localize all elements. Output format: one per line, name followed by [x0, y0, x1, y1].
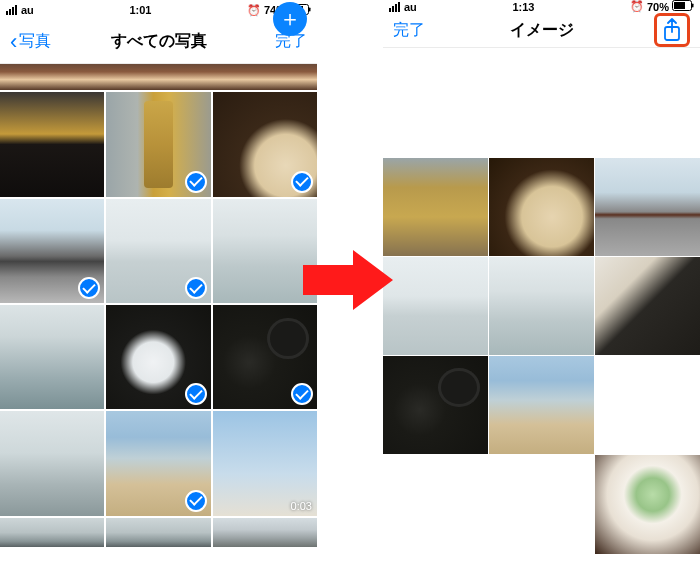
thumbnail — [213, 199, 317, 303]
thumbnail — [0, 64, 317, 90]
thumbnail — [383, 257, 488, 355]
clock: 1:01 — [129, 4, 151, 16]
photo-row0-crop[interactable] — [0, 64, 317, 90]
thumbnail — [0, 411, 104, 515]
back-button[interactable]: ‹ 写真 — [10, 31, 51, 53]
status-bar: au 1:01 ⏰ 74% — [0, 0, 317, 20]
photo-sea-horizon-2[interactable] — [213, 199, 317, 303]
thumbnail — [0, 305, 104, 409]
transition-arrow — [303, 250, 393, 310]
share-button-highlighted[interactable] — [654, 13, 690, 47]
nav-bar: 完了 イメージ — [383, 13, 700, 48]
thumbnail — [383, 158, 488, 256]
photo-station-glass-roof[interactable] — [0, 199, 104, 303]
nav-bar: ＋ ‹ 写真 すべての写真 完了 — [0, 20, 317, 64]
image-sea[interactable] — [383, 257, 488, 355]
photo-sea-dark[interactable] — [0, 305, 104, 409]
alarm-icon: ⏰ — [247, 4, 261, 17]
image-station-gate[interactable] — [595, 158, 700, 256]
image-grid[interactable] — [383, 158, 700, 568]
back-label: 写真 — [19, 31, 51, 52]
thumbnail — [595, 455, 700, 553]
carrier-label: au — [404, 1, 417, 13]
battery-icon — [672, 0, 694, 13]
photo-sea-horizon-1[interactable] — [106, 199, 210, 303]
selected-check-icon — [185, 277, 207, 299]
photo-meal-tray-white[interactable] — [106, 305, 210, 409]
image-beach[interactable] — [489, 356, 594, 454]
thumbnail — [489, 356, 594, 454]
done-button[interactable]: 完了 — [393, 20, 425, 41]
image-soba[interactable] — [489, 158, 594, 256]
photo-meal-tray-urchin[interactable] — [213, 305, 317, 409]
carrier-label: au — [21, 4, 34, 16]
battery-pct: 70% — [647, 1, 669, 13]
photo-sky-video[interactable]: 0:03 — [213, 411, 317, 515]
image-can[interactable] — [383, 158, 488, 256]
image-urchin-tray[interactable] — [383, 356, 488, 454]
nav-title: すべての写真 — [111, 31, 207, 52]
selected-check-icon — [291, 171, 313, 193]
thumbnail — [106, 518, 210, 547]
photo-bottom-crop-2[interactable] — [106, 518, 210, 547]
svg-rect-5 — [674, 2, 685, 9]
photo-bottom-crop-3[interactable] — [213, 518, 317, 547]
photo-sea-horizon-3[interactable] — [0, 411, 104, 515]
done-label: 完了 — [393, 20, 425, 41]
signal-icon — [6, 5, 17, 15]
photo-bottom-crop-1[interactable] — [0, 518, 104, 547]
image-mochi-matcha[interactable] — [595, 455, 700, 553]
thumbnail — [0, 92, 104, 196]
thumbnail — [595, 158, 700, 256]
thumbnail — [489, 257, 594, 355]
video-duration: 0:03 — [291, 500, 312, 512]
status-bar: au 1:13 ⏰ 70% — [383, 0, 700, 13]
svg-marker-3 — [303, 250, 393, 310]
photo-beach-sand[interactable] — [106, 411, 210, 515]
thumbnail — [489, 158, 594, 256]
thumbnail — [0, 518, 104, 547]
phone-left-all-photos: au 1:01 ⏰ 74% ＋ ‹ 写真 すべての写真 完了 0:03 — [0, 0, 317, 568]
alarm-icon: ⏰ — [630, 0, 644, 13]
image-sea-2[interactable] — [489, 257, 594, 355]
phone-right-images: au 1:13 ⏰ 70% 完了 イメージ — [383, 0, 700, 568]
photo-soba-noodles[interactable] — [213, 92, 317, 196]
share-icon — [662, 18, 682, 42]
image-sashimi[interactable] — [595, 257, 700, 355]
selected-check-icon — [185, 490, 207, 512]
thumbnail — [595, 257, 700, 355]
photo-beer-black[interactable] — [0, 92, 104, 196]
plus-icon: ＋ — [279, 4, 301, 34]
selected-check-icon — [185, 383, 207, 405]
svg-rect-2 — [309, 7, 311, 11]
thumbnail — [383, 356, 488, 454]
image-old-street[interactable] — [383, 455, 594, 568]
clock: 1:13 — [512, 1, 534, 13]
selected-check-icon — [185, 171, 207, 193]
add-button[interactable]: ＋ — [273, 2, 307, 36]
photo-grid[interactable]: 0:03 — [0, 64, 317, 547]
nav-title: イメージ — [510, 20, 574, 41]
thumbnail — [213, 518, 317, 547]
svg-rect-6 — [692, 4, 694, 8]
signal-icon — [389, 2, 400, 12]
chevron-left-icon: ‹ — [10, 31, 17, 53]
photo-beer-premium-can[interactable] — [106, 92, 210, 196]
